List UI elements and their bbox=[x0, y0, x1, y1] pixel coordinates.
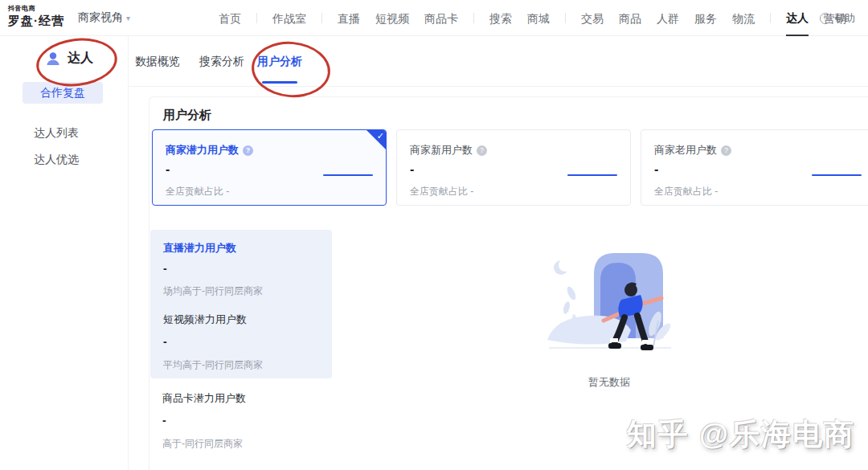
metric-cards-row: 商家潜力用户数 ? - 全店贡献占比 - ✓ 商家新用户数 ? - bbox=[152, 129, 868, 206]
help-button[interactable]: ? 帮助 bbox=[820, 11, 855, 26]
app-logo[interactable]: 抖音电商 罗盘·经营 bbox=[8, 4, 64, 29]
nav-item-war-room[interactable]: 作战室 bbox=[272, 2, 306, 35]
tab-bar: 数据概览 搜索分析 用户分析 bbox=[129, 36, 868, 87]
nav-item-live[interactable]: 直播 bbox=[338, 2, 360, 35]
sub-metric-card-footer: 高于-同行同层商家 bbox=[162, 437, 243, 451]
nav-divider bbox=[256, 13, 257, 23]
card-footer: 全店贡献占比 - bbox=[654, 185, 718, 198]
card-footer: 全店贡献占比 - bbox=[410, 185, 473, 198]
primary-nav: 首页 作战室 直播 短视频 商品卡 搜索 商城 交易 商品 人群 服务 物流 达… bbox=[219, 0, 846, 36]
nav-divider bbox=[770, 13, 771, 23]
metric-card-potential-users[interactable]: 商家潜力用户数 ? - 全店贡献占比 - ✓ bbox=[152, 129, 387, 206]
sparkline bbox=[323, 174, 373, 176]
card-footer: 全店贡献占比 - bbox=[166, 185, 229, 198]
card-value: - bbox=[410, 162, 414, 177]
logo-brand-small: 抖音电商 bbox=[8, 4, 64, 13]
help-icon[interactable]: ? bbox=[243, 145, 253, 156]
help-label: 帮助 bbox=[834, 11, 855, 26]
empty-state-label: 暂无数据 bbox=[513, 375, 706, 390]
sidebar-item-talent-selection[interactable]: 达人优选 bbox=[34, 153, 79, 167]
sub-metrics-panel[interactable]: 直播潜力用户数 - 场均高于-同行同层商家 短视频潜力用户数 - 平均高于-同行… bbox=[150, 230, 332, 378]
card-value: - bbox=[654, 162, 658, 177]
card-title-label: 商家潜力用户数 bbox=[166, 143, 239, 157]
nav-item-mall[interactable]: 商城 bbox=[527, 2, 550, 35]
nav-item-talent-active[interactable]: 达人 bbox=[786, 1, 809, 36]
nav-item-logistics[interactable]: 物流 bbox=[732, 2, 755, 35]
topbar: 抖音电商 罗盘·经营 商家视角▾ 首页 作战室 直播 短视频 商品卡 搜索 商城… bbox=[0, 0, 868, 36]
sidebar-title: 达人 bbox=[45, 50, 93, 67]
view-switcher-dropdown[interactable]: 商家视角▾ bbox=[78, 10, 130, 25]
empty-state: 暂无数据 bbox=[513, 243, 706, 390]
user-analysis-panel: 用户分析 商家潜力用户数 ? - 全店贡献占比 - ✓ 商家新用户数 bbox=[149, 96, 868, 470]
nav-item-service[interactable]: 服务 bbox=[694, 2, 717, 35]
sub-metric-video-value: - bbox=[163, 335, 167, 348]
card-title-label: 商家新用户数 bbox=[410, 143, 473, 157]
help-icon[interactable]: ? bbox=[721, 145, 731, 156]
nav-item-search[interactable]: 搜索 bbox=[489, 2, 512, 35]
nav-divider bbox=[565, 13, 566, 23]
active-tab-underline bbox=[262, 81, 297, 84]
sub-metric-product-card[interactable]: 商品卡潜力用户数 - 高于-同行同层商家 bbox=[149, 378, 331, 470]
card-title-label: 商家老用户数 bbox=[654, 143, 717, 157]
help-icon[interactable]: ? bbox=[477, 145, 487, 156]
sub-metric-card-value: - bbox=[162, 414, 166, 427]
empty-state-illustration bbox=[541, 243, 678, 361]
sparkline bbox=[812, 174, 862, 176]
tab-data-overview[interactable]: 数据概览 bbox=[135, 36, 180, 86]
nav-item-trade[interactable]: 交易 bbox=[581, 2, 604, 35]
main-content: 数据概览 搜索分析 用户分析 用户分析 商家潜力用户数 ? - 全店贡献占比 -… bbox=[129, 36, 868, 470]
card-value: - bbox=[166, 162, 170, 177]
app-root: 抖音电商 罗盘·经营 商家视角▾ 首页 作战室 直播 短视频 商品卡 搜索 商城… bbox=[0, 0, 868, 470]
section-title: 用户分析 bbox=[163, 108, 211, 123]
nav-item-product[interactable]: 商品 bbox=[619, 2, 641, 35]
sparkline bbox=[567, 174, 617, 176]
chevron-down-icon: ▾ bbox=[126, 14, 130, 22]
tab-search-analysis[interactable]: 搜索分析 bbox=[199, 36, 244, 86]
sidebar: 达人 合作复盘 达人列表 达人优选 bbox=[0, 36, 129, 470]
sidebar-item-cooperation-review[interactable]: 合作复盘 bbox=[23, 82, 103, 104]
sub-metric-live-value: - bbox=[163, 262, 167, 275]
nav-item-audience[interactable]: 人群 bbox=[657, 2, 679, 35]
sidebar-title-label: 达人 bbox=[68, 50, 93, 67]
tab-user-analysis[interactable]: 用户分析 bbox=[257, 36, 302, 86]
view-switcher-label: 商家视角 bbox=[78, 10, 123, 23]
check-icon: ✓ bbox=[377, 131, 384, 141]
metric-card-old-users[interactable]: 商家老用户数 ? - 全店贡献占比 - bbox=[641, 129, 868, 206]
metric-card-new-users[interactable]: 商家新用户数 ? - 全店贡献占比 - bbox=[396, 129, 631, 206]
user-icon bbox=[45, 51, 61, 67]
sub-metric-video-title[interactable]: 短视频潜力用户数 bbox=[163, 313, 247, 327]
logo-brand-main: 罗盘·经营 bbox=[8, 14, 64, 29]
nav-item-product-card[interactable]: 商品卡 bbox=[424, 2, 458, 35]
nav-item-short-video[interactable]: 短视频 bbox=[375, 2, 409, 35]
sub-metric-video-footer: 平均高于-同行同层商家 bbox=[163, 358, 263, 372]
sub-metric-live-footer: 场均高于-同行同层商家 bbox=[163, 284, 263, 298]
help-icon: ? bbox=[820, 13, 831, 24]
sub-metric-card-title[interactable]: 商品卡潜力用户数 bbox=[162, 391, 246, 406]
sidebar-item-talent-list[interactable]: 达人列表 bbox=[34, 126, 79, 141]
sub-metric-live-title[interactable]: 直播潜力用户数 bbox=[163, 241, 236, 255]
nav-item-home[interactable]: 首页 bbox=[219, 2, 241, 35]
nav-divider bbox=[321, 13, 322, 23]
nav-divider bbox=[473, 13, 474, 23]
